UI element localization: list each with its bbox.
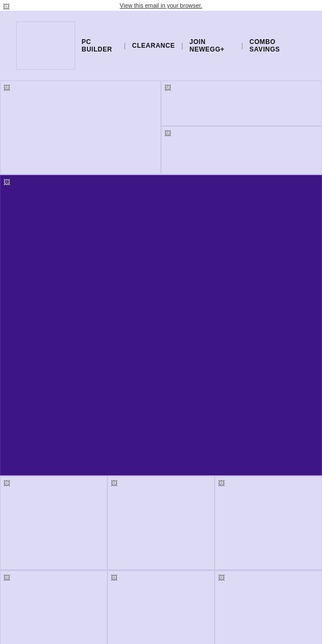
product-cell-5-broken-icon: 🖼 xyxy=(111,574,118,582)
header: 🖼 PC BUILDER | CLEARANCE | JOIN NEWEGG+ … xyxy=(0,11,322,80)
view-in-browser-link[interactable]: View this email in your browser. xyxy=(120,2,202,9)
product-grid-row2: 🖼 🖼 🖼 xyxy=(0,570,322,644)
product-cell-3[interactable]: 🖼 xyxy=(215,476,322,570)
product-cell-6[interactable]: 🖼 xyxy=(215,570,322,644)
banner-top-right-broken-icon: 🖼 xyxy=(164,84,171,92)
nav-item-pc-builder[interactable]: PC BUILDER xyxy=(75,38,124,53)
nav-item-combo-savings[interactable]: COMBO SAVINGS xyxy=(243,38,306,53)
banner-top-right: 🖼 xyxy=(161,80,322,126)
product-cell-6-broken-icon: 🖼 xyxy=(218,574,225,582)
nav-item-clearance[interactable]: CLEARANCE xyxy=(126,42,181,49)
top-bar: View this email in your browser. xyxy=(0,0,322,11)
banner-bottom-right: 🖼 xyxy=(161,126,322,174)
product-cell-2[interactable]: 🖼 xyxy=(107,476,215,570)
product-cell-4[interactable]: 🖼 xyxy=(0,570,107,644)
product-cell-3-broken-icon: 🖼 xyxy=(218,479,225,487)
banner-grid: 🖼 🖼 🖼 xyxy=(0,80,322,175)
main-nav: PC BUILDER | CLEARANCE | JOIN NEWEGG+ | … xyxy=(75,38,306,53)
product-grid-row1: 🖼 🖼 🖼 xyxy=(0,475,322,570)
nav-item-join-newegg[interactable]: JOIN NEWEGG+ xyxy=(183,38,241,53)
product-cell-5[interactable]: 🖼 xyxy=(107,570,215,644)
product-cell-2-broken-icon: 🖼 xyxy=(111,479,118,487)
product-cell-4-broken-icon: 🖼 xyxy=(3,574,10,582)
hero-section: 🖼 xyxy=(0,175,322,475)
hero-broken-icon: 🖼 xyxy=(3,178,10,186)
product-cell-1-broken-icon: 🖼 xyxy=(3,479,10,487)
banner-bottom-right-broken-icon: 🖼 xyxy=(164,129,171,137)
banner-left: 🖼 xyxy=(0,80,161,174)
logo-broken-icon: 🖼 xyxy=(3,3,10,11)
logo-placeholder: 🖼 xyxy=(16,21,75,70)
banner-left-broken-icon: 🖼 xyxy=(3,84,10,92)
product-cell-1[interactable]: 🖼 xyxy=(0,476,107,570)
